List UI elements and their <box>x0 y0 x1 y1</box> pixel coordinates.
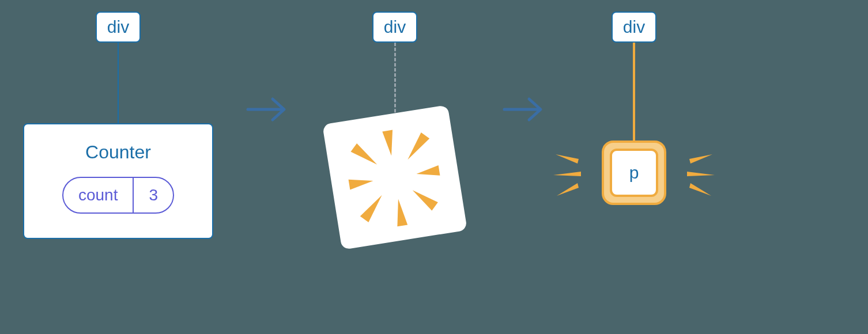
stage-after: div p <box>576 12 692 205</box>
state-value: 3 <box>134 178 173 212</box>
new-node-wrapper: p <box>602 141 666 205</box>
sparkle-right-icon <box>671 146 715 204</box>
svg-marker-3 <box>351 143 380 169</box>
svg-marker-1 <box>360 192 386 222</box>
svg-marker-12 <box>687 172 715 176</box>
svg-marker-13 <box>689 183 711 196</box>
stage-unmounting: div <box>320 12 470 241</box>
burst-icon <box>322 105 467 250</box>
svg-marker-7 <box>409 186 437 211</box>
stage-before: div Counter count 3 <box>20 12 216 239</box>
svg-marker-5 <box>403 132 429 163</box>
tree-connector <box>118 43 119 123</box>
svg-marker-0 <box>393 198 407 226</box>
svg-marker-2 <box>349 176 374 189</box>
root-node-div: div <box>96 12 141 43</box>
svg-marker-10 <box>557 183 579 196</box>
new-node-p: p <box>610 149 658 197</box>
svg-marker-6 <box>416 165 440 179</box>
svg-marker-11 <box>689 154 712 164</box>
svg-marker-8 <box>556 154 579 164</box>
component-label: Counter <box>85 142 151 163</box>
root-node-div: div <box>372 12 417 43</box>
arrow-right-icon <box>245 92 291 129</box>
state-key: count <box>63 178 133 212</box>
counter-component-node: Counter count 3 <box>23 123 213 239</box>
sparkle-left-icon <box>553 146 597 204</box>
root-node-div: div <box>612 12 656 43</box>
svg-marker-9 <box>553 172 581 176</box>
svg-marker-4 <box>382 130 397 157</box>
tree-connector-highlight <box>633 43 635 141</box>
tree-connector-dashed <box>394 43 396 117</box>
arrow-right-icon <box>501 92 548 129</box>
new-node-highlight: p <box>602 141 666 205</box>
destroyed-component-box <box>322 105 467 250</box>
state-pill: count 3 <box>62 177 174 214</box>
